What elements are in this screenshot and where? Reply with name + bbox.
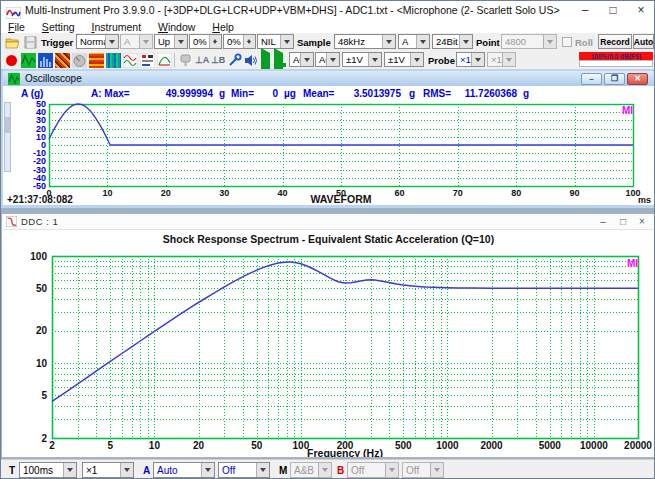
bit-depth-select[interactable]: 24Bit (432, 34, 473, 49)
trigger-mode-select[interactable]: Normal (76, 34, 119, 49)
ddc-window: DDC : 1 – □ × Shock Response Spectrum - … (1, 213, 655, 458)
menu-setting[interactable]: Setting (35, 21, 82, 33)
sweep-time-select[interactable]: 100ms (19, 462, 77, 478)
chevron-down-icon (471, 53, 484, 66)
trigger-source-select[interactable]: A (120, 34, 153, 49)
sweep-multiplier-select[interactable]: ×1 (82, 462, 134, 478)
window-title: Multi-Instrument Pro 3.9.9.0 - [+3DP+DLG… (25, 4, 560, 16)
trigger-edge-select[interactable]: Up (154, 34, 188, 49)
oscilloscope-icon[interactable] (21, 53, 36, 68)
y-tick-label: 10 (36, 358, 48, 369)
x-axis-label: WAVEFORM (310, 193, 371, 205)
sampling-rate-select[interactable]: 48kHz (334, 34, 396, 49)
y-tick-label: 100 (30, 251, 47, 262)
oscilloscope-stats-row: A (g) A: Max= 49.999994 g Min= 0 µg Mean… (3, 86, 654, 100)
mdi-area: Oscilloscope – ❐ ✕ A (g) A: Max= 49.9999… (1, 69, 655, 459)
record-button[interactable]: Record (598, 34, 632, 49)
oscilloscope-window-icon (8, 73, 20, 85)
x-tick-label: 10 (149, 440, 161, 451)
scope-restore-button[interactable]: ❐ (604, 73, 625, 85)
x-tick-label: 20 (193, 440, 205, 451)
chevron-down-icon (385, 463, 398, 477)
range-b-select[interactable]: ±1V (384, 52, 424, 67)
trigger-level-spinner[interactable]: 0% (189, 34, 222, 49)
maximize-button[interactable]: □ (599, 1, 627, 21)
menu-window[interactable]: Window (151, 21, 202, 33)
b-processing-select[interactable]: Off (402, 462, 444, 478)
auto-button[interactable]: Auto (633, 34, 654, 49)
settings-wrench-icon[interactable] (227, 53, 242, 68)
b-range-select[interactable]: Off (347, 462, 399, 478)
ddc-titlebar[interactable]: DDC : 1 – □ × (2, 214, 655, 230)
data-logger-icon[interactable] (89, 53, 104, 68)
channel-b-label: B (337, 465, 344, 476)
chevron-down-icon (120, 463, 133, 477)
chevron-down-icon (174, 35, 187, 48)
multimeter-icon[interactable] (72, 53, 87, 68)
record-indicator-icon[interactable] (4, 53, 19, 68)
menu-instrument[interactable]: Instrument (84, 21, 148, 33)
level-indicator (579, 60, 653, 67)
scrollbar-thumb[interactable] (5, 117, 10, 133)
probe-b-select[interactable]: ×1 (487, 52, 516, 67)
sample-label: Sample (297, 37, 331, 48)
a-range-select[interactable]: Auto (153, 462, 215, 478)
ddc-close-button[interactable]: × (634, 215, 650, 228)
coupling-b-select[interactable]: AC (315, 52, 340, 67)
sound-output-icon[interactable] (243, 53, 258, 68)
menu-help[interactable]: Help (205, 21, 241, 33)
x-tick-label: 60 (394, 188, 404, 198)
run-loop-icon[interactable] (272, 53, 287, 68)
device-test-plan-icon[interactable] (140, 53, 155, 68)
sampling-channel-select[interactable]: A (398, 34, 430, 49)
mi-watermark: MI (622, 105, 633, 116)
y-tick-label: 20 (36, 325, 48, 336)
spectrum-3d-plot-icon[interactable] (55, 53, 70, 68)
oscilloscope-chart[interactable]: 50403020100-10-20-30-40-5001020304050607… (3, 100, 654, 205)
spectrum-analyzer-icon[interactable] (38, 53, 53, 68)
spectrogram-icon[interactable] (106, 53, 121, 68)
minimize-button[interactable]: – (571, 1, 599, 21)
marker-a-icon[interactable]: ⊥A (195, 55, 209, 65)
save-icon[interactable] (23, 35, 38, 50)
timestamp-label: +21:37:08:082 (7, 194, 73, 205)
ddc-restore-button[interactable]: □ (615, 215, 631, 228)
range-a-select[interactable]: ±1V (342, 52, 382, 67)
trigger-delay-spinner[interactable]: 0% (223, 34, 256, 49)
scope-minimize-button[interactable]: – (581, 73, 602, 85)
point-label: Point (476, 37, 500, 48)
srs-chart[interactable]: 1005020105225102050100200500100020005000… (2, 248, 655, 457)
record-length-select[interactable]: 4800 (501, 34, 557, 49)
y-tick-label: 5 (41, 390, 47, 401)
trigger-hpf-select[interactable]: NIL (257, 34, 294, 49)
clipping-indicator: 100%/0.0 dB(FS) (579, 52, 653, 60)
min-value: 0 (243, 88, 278, 99)
calibration-icon[interactable] (178, 53, 193, 68)
open-file-icon[interactable] (5, 35, 20, 50)
math-mode-select[interactable]: A&B (290, 462, 332, 478)
scope-close-button[interactable]: ✕ (627, 73, 648, 85)
chevron-down-icon (256, 463, 269, 477)
ddc-minimize-button[interactable]: – (595, 215, 611, 228)
scope-vertical-scrollbar[interactable] (4, 102, 11, 172)
chevron-down-icon (543, 35, 556, 48)
close-button[interactable]: × (627, 1, 655, 21)
oscilloscope-titlebar[interactable]: Oscilloscope – ❐ ✕ (3, 71, 654, 86)
probe-a-select[interactable]: ×1 (456, 52, 485, 67)
mean-label: Mean= (303, 88, 334, 99)
coupling-a-select[interactable]: AC (289, 52, 314, 67)
mean-unit: g (409, 88, 415, 99)
y-tick-label: -50 (33, 181, 46, 191)
app-window: Multi-Instrument Pro 3.9.9.0 - [+3DP+DLG… (0, 0, 655, 479)
rms-label: RMS= (423, 88, 451, 99)
marker-b-icon[interactable]: ⊥B (211, 55, 225, 65)
lcr-meter-icon[interactable] (157, 53, 172, 68)
menu-file[interactable]: File (1, 21, 32, 33)
roll-checkbox[interactable] (562, 37, 572, 47)
x-tick-label: 500 (395, 440, 412, 451)
channel-label: A (g) (21, 88, 43, 99)
chevron-down-icon (459, 35, 472, 48)
a-processing-select[interactable]: Off (218, 462, 270, 478)
rms-value: 11.7260368 (455, 88, 517, 99)
signal-generator-icon[interactable] (123, 53, 138, 68)
